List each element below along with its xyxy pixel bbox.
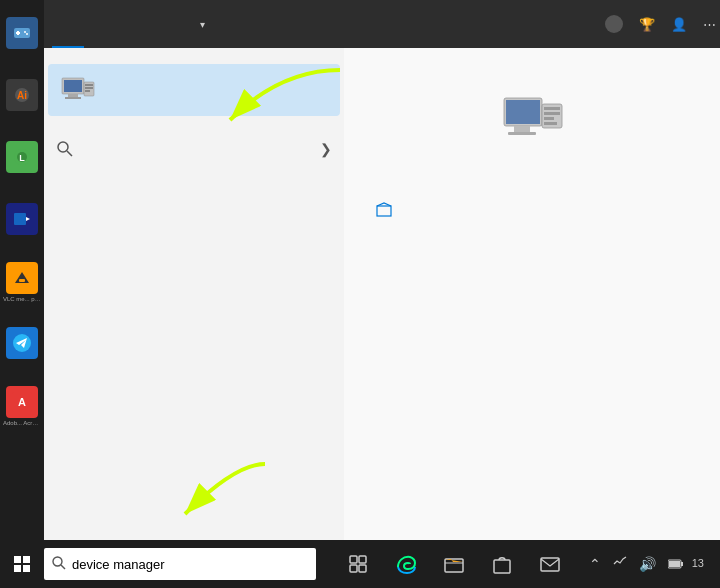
svg-rect-41 [23, 556, 30, 563]
sidebar-app-vlc[interactable]: VLC me... playe... [2, 252, 42, 312]
ellipsis-icon[interactable]: ⋯ [703, 17, 716, 32]
svg-point-3 [24, 31, 26, 33]
svg-text:A: A [18, 396, 26, 408]
best-match-item[interactable] [48, 64, 340, 116]
taskbar: ⌃ 🔊 13 [0, 540, 720, 588]
taskbar-search-bar[interactable] [44, 548, 316, 580]
up-chevron-icon[interactable]: ⌃ [585, 556, 605, 572]
vlc-label: VLC me... playe... [3, 296, 41, 303]
svg-rect-51 [494, 560, 510, 573]
badge-count [605, 15, 623, 33]
svg-rect-47 [359, 556, 366, 563]
svg-line-45 [61, 565, 65, 569]
bandicam-icon [6, 203, 38, 235]
volume-icon[interactable]: 🔊 [635, 556, 660, 572]
svg-rect-2 [16, 32, 20, 34]
taskview-button[interactable] [336, 540, 380, 588]
svg-text:L: L [19, 153, 25, 163]
vlc-icon [6, 262, 38, 294]
search-content: ❯ [44, 48, 720, 540]
mail-button[interactable] [528, 540, 572, 588]
svg-rect-43 [23, 565, 30, 572]
sidebar-app-creative[interactable]: Ai [2, 66, 42, 126]
svg-rect-20 [68, 94, 78, 97]
person-icon[interactable]: 👤 [671, 17, 687, 32]
creative-icon: Ai [6, 79, 38, 111]
svg-rect-33 [544, 107, 560, 110]
svg-rect-25 [85, 90, 90, 92]
svg-rect-19 [64, 80, 82, 92]
right-actions [344, 192, 720, 228]
svg-rect-29 [506, 100, 540, 124]
svg-point-44 [53, 557, 62, 566]
svg-point-15 [13, 334, 31, 352]
svg-rect-23 [85, 84, 93, 86]
battery-icon[interactable] [664, 556, 688, 572]
svg-rect-34 [544, 112, 560, 115]
open-box-icon [374, 200, 394, 220]
taskbar-time: 13 [692, 556, 712, 571]
explorer-button[interactable] [432, 540, 476, 588]
search-loop-icon [56, 140, 74, 158]
svg-rect-31 [508, 132, 536, 135]
adobe-icon: A [6, 386, 38, 418]
telegram-icon [6, 327, 38, 359]
best-match-label [44, 48, 344, 64]
tab-web[interactable] [148, 0, 180, 48]
svg-rect-49 [359, 565, 366, 572]
tab-documents[interactable] [116, 0, 148, 48]
tabs-right-icons: 🏆 👤 ⋯ [605, 15, 716, 33]
search-tabs-bar: ▾ 🏆 👤 ⋯ [44, 0, 720, 48]
device-manager-icon-large [502, 88, 566, 152]
taskbar-search-icon [52, 556, 66, 573]
svg-rect-35 [544, 117, 554, 120]
sidebar-app-games[interactable] [2, 4, 42, 64]
svg-rect-52 [541, 558, 559, 571]
level-icon: L [6, 141, 38, 173]
svg-rect-46 [350, 556, 357, 563]
svg-rect-37 [377, 206, 391, 216]
svg-text:Ai: Ai [17, 90, 27, 101]
svg-rect-10 [14, 213, 26, 225]
web-search-item[interactable]: ❯ [44, 132, 344, 166]
start-menu: ▾ 🏆 👤 ⋯ [44, 0, 720, 540]
sidebar-app-adobe[interactable]: A Adob... Acrob... [2, 376, 42, 436]
svg-line-27 [67, 151, 72, 156]
adobe-label: Adob... Acrob... [3, 420, 41, 427]
store-button[interactable] [480, 540, 524, 588]
search-web-label [44, 116, 344, 132]
open-action[interactable] [364, 192, 704, 228]
edge-button[interactable] [384, 540, 428, 588]
taskbar-center-buttons [324, 540, 585, 588]
svg-rect-36 [544, 122, 557, 125]
left-panel: ❯ [44, 48, 344, 540]
time-display: 13 [692, 556, 704, 571]
device-manager-icon-small [60, 72, 96, 108]
svg-rect-30 [514, 126, 530, 132]
sidebar-app-bandicam[interactable] [2, 190, 42, 250]
sidebar: Ai L VLC me... playe... A Adob... Acrob.… [0, 0, 44, 540]
svg-rect-21 [65, 97, 81, 99]
svg-rect-48 [350, 565, 357, 572]
svg-rect-14 [19, 279, 25, 282]
tab-all[interactable] [52, 0, 84, 48]
sidebar-app-level[interactable]: L [2, 128, 42, 188]
svg-point-4 [26, 33, 28, 35]
tab-apps[interactable] [84, 0, 116, 48]
tab-more[interactable]: ▾ [180, 0, 221, 48]
start-button[interactable] [0, 540, 44, 588]
svg-marker-11 [26, 217, 30, 221]
svg-rect-42 [14, 565, 21, 572]
sidebar-app-telegram[interactable] [2, 314, 42, 374]
network-icon[interactable] [609, 556, 631, 573]
web-search-arrow-icon: ❯ [320, 141, 332, 157]
svg-rect-55 [669, 561, 680, 567]
svg-rect-40 [14, 556, 21, 563]
svg-point-26 [58, 142, 68, 152]
taskbar-search-input[interactable] [72, 557, 308, 572]
svg-rect-54 [681, 562, 683, 566]
svg-rect-24 [85, 87, 93, 89]
taskbar-right: ⌃ 🔊 13 [585, 556, 720, 573]
trophy-icon[interactable]: 🏆 [639, 17, 655, 32]
right-panel [344, 48, 720, 540]
